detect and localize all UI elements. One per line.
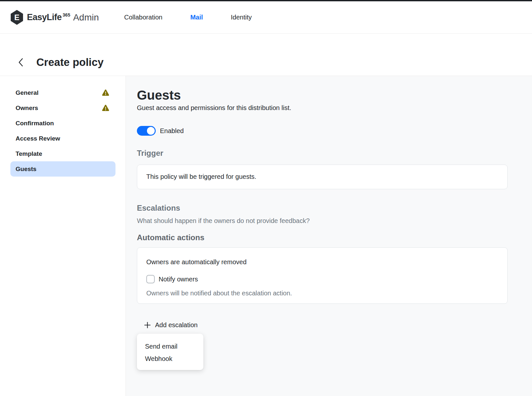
sidebar-item-access-review[interactable]: Access Review <box>10 131 115 146</box>
sidebar-item-label: Template <box>16 150 42 157</box>
notify-owners-row: Notify owners <box>146 275 498 283</box>
sidebar-item-label: Confirmation <box>16 120 54 127</box>
sidebar-item-label: Access Review <box>16 135 60 142</box>
brand-superscript: 365 <box>63 12 70 18</box>
automatic-actions-heading: Automatic actions <box>137 233 508 242</box>
sidebar-item-label: General <box>16 89 39 96</box>
sidebar-item-template[interactable]: Template <box>10 146 115 161</box>
nav-item-collaboration[interactable]: Collaboration <box>124 14 163 21</box>
top-navigation: Collaboration Mail Identity <box>124 14 252 21</box>
enabled-toggle-row: Enabled <box>137 126 508 136</box>
menu-item-webhook[interactable]: Webhook <box>137 353 203 365</box>
warning-icon <box>102 105 109 111</box>
logo-letter: E <box>14 13 19 22</box>
warning-icon <box>102 89 109 96</box>
notify-owners-label[interactable]: Notify owners <box>159 276 198 283</box>
plus-icon <box>144 322 151 328</box>
nav-item-identity[interactable]: Identity <box>231 14 252 21</box>
hexagon-logo-icon: E <box>11 10 23 25</box>
trigger-card: This policy will be triggered for guests… <box>137 165 508 189</box>
escalations-question: What should happen if the owners do not … <box>137 216 508 225</box>
sidebar-item-guests[interactable]: Guests <box>10 161 115 177</box>
sidebar-item-general[interactable]: General <box>10 85 115 100</box>
sidebar-item-confirmation[interactable]: Confirmation <box>10 116 115 131</box>
brand-suffix: Admin <box>73 12 99 23</box>
add-escalation-button[interactable]: Add escalation <box>144 320 198 330</box>
toggle-knob <box>147 127 155 135</box>
enabled-toggle[interactable] <box>137 126 156 136</box>
brand-logo[interactable]: E EasyLife 365 Admin <box>11 10 99 25</box>
page-header: Create policy <box>0 34 532 76</box>
sidebar-item-label: Owners <box>16 105 38 112</box>
sidebar-item-label: Guests <box>16 166 36 173</box>
automatic-action-text: Owners are automatically removed <box>146 257 498 266</box>
page-title: Create policy <box>36 56 103 68</box>
main-content: Guests Guest access and permissions for … <box>126 76 532 396</box>
add-escalation-label: Add escalation <box>155 321 198 329</box>
chevron-left-icon <box>18 57 24 67</box>
sidebar-item-owners[interactable]: Owners <box>10 100 115 116</box>
back-button[interactable] <box>16 57 25 68</box>
notify-owners-checkbox[interactable] <box>146 275 155 283</box>
trigger-card-text: This policy will be triggered for guests… <box>146 173 256 180</box>
section-title: Guests <box>137 89 508 102</box>
app-header: E EasyLife 365 Admin Collaboration Mail … <box>0 1 532 34</box>
brand-name: EasyLife <box>27 12 62 22</box>
nav-item-mail[interactable]: Mail <box>190 14 203 21</box>
toggle-label: Enabled <box>160 127 184 135</box>
section-subtitle: Guest access and permissions for this di… <box>137 103 508 112</box>
escalations-heading: Escalations <box>137 204 508 213</box>
sidebar: General Owners Confirmation <box>0 76 126 396</box>
escalation-dropdown-menu: Send email Webhook <box>137 334 203 370</box>
menu-item-send-email[interactable]: Send email <box>137 340 203 353</box>
automatic-actions-card: Owners are automatically removed Notify … <box>137 247 508 304</box>
trigger-heading: Trigger <box>137 149 508 158</box>
notify-owners-help: Owners will be notified about the escala… <box>146 289 498 298</box>
